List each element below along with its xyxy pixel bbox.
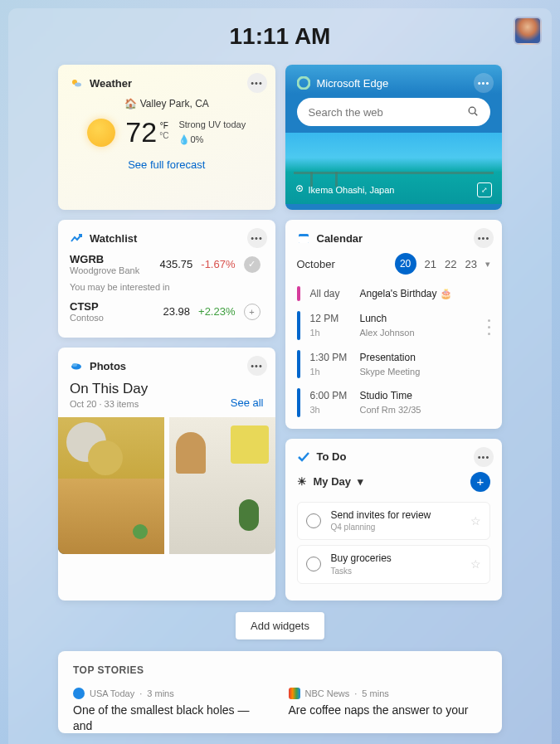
star-icon[interactable]: ☆: [470, 514, 481, 528]
sun-icon: [87, 119, 115, 147]
edge-widget[interactable]: Microsoft Edge ••• Search the web Ikema …: [285, 65, 503, 210]
task-checkbox[interactable]: [306, 513, 321, 528]
calendar-date[interactable]: 23: [465, 258, 477, 270]
edge-photo: Ikema Ohashi, Japan ⤢: [285, 133, 503, 204]
todo-widget[interactable]: To Do ••• ☀ My Day ▾ + Send invites for …: [285, 439, 503, 601]
calendar-widget[interactable]: Calendar ••• October 20 21 22 23 ▾ All d…: [285, 220, 503, 429]
user-avatar[interactable]: [514, 17, 542, 45]
event-bar: [297, 311, 300, 340]
edge-caption: Ikema Ohashi, Japan: [309, 185, 395, 195]
check-icon[interactable]: ✓: [244, 256, 261, 273]
stocks-icon: [70, 231, 83, 245]
unit-c[interactable]: °C: [159, 131, 168, 141]
calendar-event[interactable]: All day Angela's Birthday 🎂: [297, 286, 491, 301]
weather-title-row: Weather: [70, 76, 264, 90]
calendar-event[interactable]: 1:30 PM1h PresentationSkype Meeting: [297, 350, 491, 379]
calendar-date[interactable]: 21: [425, 258, 436, 270]
source-icon: [289, 688, 300, 699]
watchlist-hint: You may be interested in: [70, 282, 264, 292]
svg-rect-8: [299, 236, 309, 243]
photos-heading: On This Day: [70, 381, 148, 397]
weather-location: Valley Park, CA: [140, 98, 209, 109]
story-item[interactable]: USA Today · 3 mins One of the smallest b…: [73, 688, 272, 734]
calendar-date[interactable]: 22: [445, 258, 456, 270]
myday-dropdown[interactable]: ☀ My Day ▾: [297, 475, 364, 488]
calendar-event[interactable]: 12 PM1h LunchAlex Johnson: [297, 311, 491, 340]
svg-point-6: [298, 187, 300, 190]
location-pin-icon: [295, 185, 304, 195]
watchlist-title: Watchlist: [90, 232, 137, 245]
top-stories-title: TOP STORIES: [73, 664, 487, 676]
calendar-month[interactable]: October: [297, 258, 335, 270]
search-placeholder: Search the web: [309, 106, 383, 119]
home-icon: 🏠: [124, 98, 137, 109]
svg-point-2: [298, 77, 309, 89]
add-task-button[interactable]: +: [470, 472, 490, 492]
calendar-icon: [297, 231, 310, 245]
see-full-forecast-link[interactable]: See full forecast: [70, 158, 264, 171]
calendar-date-row: 20 21 22 23 ▾: [395, 253, 490, 275]
photos-more-button[interactable]: •••: [247, 356, 267, 376]
unit-f[interactable]: °F: [159, 121, 168, 131]
todo-task[interactable]: Buy groceriesTasks ☆: [297, 545, 491, 584]
calendar-event[interactable]: 6:00 PM3h Studio TimeConf Rm 32/35: [297, 388, 491, 417]
watchlist-widget[interactable]: Watchlist ••• WGRB Woodgrove Bank 435.75…: [58, 220, 275, 338]
photos-widget[interactable]: Photos ••• On This Day Oct 20 · 33 items…: [58, 348, 275, 601]
svg-point-3: [469, 107, 475, 114]
weather-temp: 72 °F °C: [125, 116, 168, 148]
source-icon: [73, 688, 85, 699]
edge-title: Microsoft Edge: [317, 77, 389, 90]
weather-widget[interactable]: Weather ••• 🏠 Valley Park, CA 72 °F °C: [58, 65, 275, 210]
todo-title: To Do: [317, 450, 347, 463]
search-input[interactable]: Search the web: [297, 98, 491, 126]
chevron-down-icon: ▾: [358, 475, 363, 488]
photo-thumbnail[interactable]: [58, 417, 164, 554]
svg-line-4: [475, 113, 477, 115]
panel-header: 11:11 AM: [58, 23, 502, 50]
add-stock-button[interactable]: +: [244, 304, 261, 320]
weather-title: Weather: [90, 77, 132, 90]
calendar-date-selected[interactable]: 20: [395, 253, 416, 275]
star-icon[interactable]: ☆: [470, 557, 481, 571]
calendar-more-button[interactable]: •••: [474, 228, 494, 248]
todo-icon: [297, 450, 310, 464]
scroll-indicator: [488, 319, 490, 335]
weather-more-button[interactable]: •••: [247, 73, 267, 93]
watchlist-more-button[interactable]: •••: [247, 228, 267, 248]
event-bar: [297, 286, 300, 301]
widgets-panel: 11:11 AM Weather ••• 🏠 Valley Park, CA: [8, 8, 552, 744]
photo-thumbnail[interactable]: [169, 417, 275, 554]
see-all-link[interactable]: See all: [231, 396, 264, 409]
top-stories-card: TOP STORIES USA Today · 3 mins One of th…: [58, 651, 502, 734]
todo-more-button[interactable]: •••: [474, 447, 494, 467]
weather-details: Strong UV today 💧0%: [178, 118, 246, 147]
search-icon: [467, 105, 479, 119]
photos-title: Photos: [90, 360, 126, 372]
chevron-down-icon[interactable]: ▾: [485, 259, 490, 270]
event-bar: [297, 388, 300, 417]
droplet-icon: 💧: [178, 134, 190, 144]
watchlist-suggestion-row[interactable]: CTSP Contoso 23.98 +2.23% +: [70, 300, 264, 323]
expand-icon[interactable]: ⤢: [477, 182, 492, 197]
onedrive-icon: [70, 359, 83, 372]
event-bar: [297, 350, 300, 379]
edge-title-row: Microsoft Edge: [297, 76, 491, 90]
edge-icon: [297, 76, 310, 90]
weather-icon: [70, 76, 83, 90]
todo-task[interactable]: Send invites for reviewQ4 planning ☆: [297, 502, 491, 541]
edge-more-button[interactable]: •••: [474, 73, 494, 93]
weather-location-row: 🏠 Valley Park, CA: [70, 98, 264, 109]
svg-point-1: [75, 83, 81, 87]
watchlist-row[interactable]: WGRB Woodgrove Bank 435.75 -1.67% ✓: [70, 253, 264, 275]
story-item[interactable]: NBC News · 5 mins Are coffee naps the an…: [289, 688, 488, 734]
photos-subtitle: Oct 20 · 33 items: [70, 399, 148, 409]
task-checkbox[interactable]: [306, 557, 321, 571]
calendar-title: Calendar: [317, 232, 363, 245]
clock-time: 11:11 AM: [230, 23, 331, 50]
widget-grid: Weather ••• 🏠 Valley Park, CA 72 °F °C: [58, 65, 502, 601]
add-widgets-button[interactable]: Add widgets: [236, 612, 324, 639]
photo-gallery: [58, 417, 275, 554]
sun-outline-icon: ☀: [297, 475, 307, 488]
svg-point-10: [72, 363, 77, 367]
